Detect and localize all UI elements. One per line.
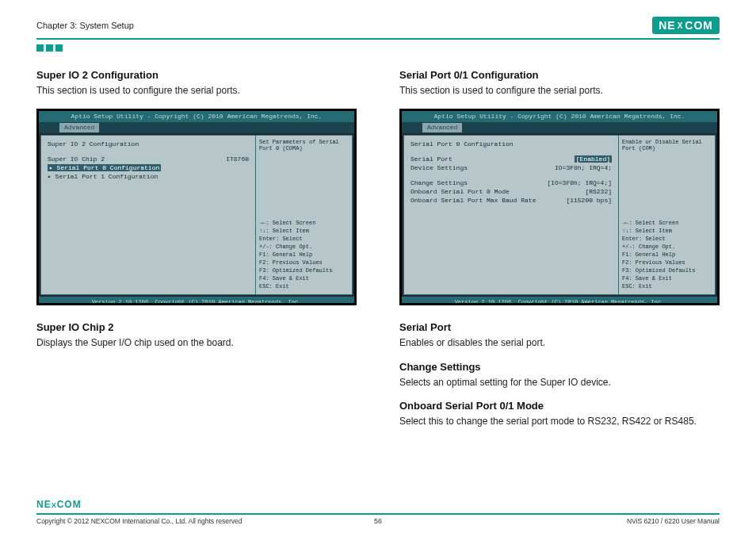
- logo-text-right: COM: [57, 499, 82, 510]
- bios-row-serial1: ▸ Serial Port 1 Configuration: [48, 173, 249, 180]
- bios-help-text: Set Parameters of Serial Port 0 (COMA): [259, 139, 349, 151]
- bios-label: Onboard Serial Port 0 Mode: [410, 188, 510, 195]
- bios-nav: +/-: Change Opt.: [622, 243, 712, 250]
- desc-change-settings: Selects an optimal setting for the Super…: [399, 376, 720, 389]
- square-icon: [36, 44, 44, 52]
- bios-nav: F4: Save & Exit: [622, 275, 712, 282]
- bios-nav: F4: Save & Exit: [259, 275, 349, 282]
- bios-nav: ESC: Exit: [259, 283, 349, 290]
- bios-nav: →←: Select Screen: [622, 220, 712, 226]
- bios-tab-row: Advanced: [39, 122, 354, 133]
- heading-super-io2-config: Super IO 2 Configuration: [36, 69, 357, 81]
- bios-nav: →←: Select Screen: [259, 220, 349, 226]
- bios-nav: ↑↓: Select Item: [259, 228, 349, 234]
- desc-serial-port: Enables or disables the serial port.: [399, 336, 720, 350]
- bios-screenshot-super-io2: Aptio Setup Utility - Copyright (C) 2010…: [36, 109, 357, 305]
- square-icon: [55, 44, 63, 52]
- bios-label: Device Settings: [410, 164, 468, 171]
- bios-footer-bar: Version 2.10.1208. Copyright (C) 2010 Am…: [39, 297, 354, 305]
- bios-row-serial0: ▸ Serial Port 0 Configuration: [48, 164, 249, 171]
- bios-screenshot-serial-port: Aptio Setup Utility - Copyright (C) 2010…: [399, 109, 720, 305]
- bios-help-text: Enable or Disable Serial Port (COM): [622, 139, 712, 151]
- bios-row-device-settings: Device Settings IO=3F8h; IRQ=4;: [410, 164, 612, 171]
- page-footer: NEXCOM Copyright © 2012 NEXCOM Internati…: [36, 499, 720, 525]
- bios-row-serial-port: Serial Port [Enabled]: [410, 155, 612, 163]
- bios-nav: F3: Optimized Defaults: [622, 267, 712, 274]
- bios-value: IO=3F8h; IRQ=4;: [555, 164, 612, 171]
- chapter-label: Chapter 3: System Setup: [36, 21, 134, 30]
- bios-nav: Enter: Select: [622, 236, 712, 242]
- bios-label: Onboard Serial Port Max Baud Rate: [410, 197, 536, 204]
- bios-nav: F2: Previous Values: [259, 259, 349, 266]
- bios-main-panel: Serial Port 0 Configuration Serial Port …: [404, 136, 618, 294]
- bios-value-selected: [Enabled]: [575, 155, 612, 163]
- logo-text-x: X: [678, 21, 684, 30]
- logo-text-right: COM: [685, 19, 713, 32]
- desc-onboard-mode: Select this to change the serial port mo…: [399, 415, 720, 428]
- bios-row-mode: Onboard Serial Port 0 Mode [RS232]: [410, 188, 612, 195]
- bios-body: Super IO 2 Configuration Super IO Chip 2…: [40, 135, 353, 295]
- footer-line: Copyright © 2012 NEXCOM International Co…: [36, 517, 720, 525]
- bios-value: [115200 bps]: [566, 197, 612, 204]
- bios-tab-advanced: Advanced: [422, 123, 462, 132]
- footer-logo-row: NEXCOM: [36, 499, 720, 515]
- bios-tab-advanced: Advanced: [59, 123, 99, 132]
- footer-copyright: Copyright © 2012 NEXCOM International Co…: [36, 517, 242, 525]
- page-number: 56: [374, 517, 382, 525]
- bios-tab-row: Advanced: [402, 122, 717, 133]
- bios-selected-item: ▸ Serial Port 0 Configuration: [48, 164, 161, 171]
- left-column: Super IO 2 Configuration This section is…: [36, 69, 357, 439]
- bios-row-baud: Onboard Serial Port Max Baud Rate [11520…: [410, 197, 612, 204]
- bios-label: Change Settings: [410, 179, 468, 186]
- bios-nav: F1: General Help: [259, 251, 349, 258]
- bios-title-bar: Aptio Setup Utility - Copyright (C) 2010…: [402, 111, 717, 122]
- bios-nav: F2: Previous Values: [622, 259, 712, 266]
- bios-nav: F3: Optimized Defaults: [259, 267, 349, 274]
- bios-footer-bar: Version 2.10.1208. Copyright (C) 2010 Am…: [402, 297, 717, 305]
- bios-row-chip: Super IO Chip 2 IT8760: [48, 155, 249, 163]
- logo-text-left: NE: [36, 499, 52, 510]
- heading-onboard-mode: Onboard Serial Port 0/1 Mode: [399, 400, 720, 412]
- bios-row-change-settings: Change Settings [IO=3F0h; IRQ=4;]: [410, 179, 612, 186]
- bios-label: Super IO Chip 2: [48, 155, 105, 163]
- bios-nav: Enter: Select: [259, 236, 349, 242]
- desc-serial-port-config: This section is used to configure the se…: [399, 84, 720, 98]
- heading-change-settings: Change Settings: [399, 361, 720, 373]
- logo-text-left: NE: [659, 19, 675, 32]
- bios-nav-keys: →←: Select Screen ↑↓: Select Item Enter:…: [622, 220, 712, 291]
- bios-help-panel: Enable or Disable Serial Port (COM) →←: …: [618, 136, 715, 294]
- right-column: Serial Port 0/1 Configuration This secti…: [399, 69, 720, 439]
- bios-nav-keys: →←: Select Screen ↑↓: Select Item Enter:…: [259, 220, 349, 291]
- bios-help-panel: Set Parameters of Serial Port 0 (COMA) →…: [255, 136, 352, 294]
- desc-super-io2-config: This section is used to configure the se…: [36, 84, 357, 98]
- nexcom-logo: NE X COM: [652, 17, 720, 34]
- bios-value: IT8760: [226, 155, 249, 163]
- bios-main-panel: Super IO 2 Configuration Super IO Chip 2…: [41, 136, 255, 294]
- bios-nav: ESC: Exit: [622, 283, 712, 290]
- bios-section-heading: Super IO 2 Configuration: [48, 140, 249, 148]
- bios-body: Serial Port 0 Configuration Serial Port …: [403, 135, 716, 295]
- logo-text-x: X: [52, 501, 57, 509]
- bios-title-bar: Aptio Setup Utility - Copyright (C) 2010…: [39, 111, 354, 122]
- decorative-squares: [36, 44, 720, 52]
- desc-super-io-chip2: Displays the Super I/O chip used on the …: [36, 336, 357, 350]
- bios-section-heading: Serial Port 0 Configuration: [410, 140, 612, 148]
- heading-super-io-chip2: Super IO Chip 2: [36, 321, 357, 333]
- bios-nav: ↑↓: Select Item: [622, 228, 712, 234]
- bios-nav: +/-: Change Opt.: [259, 243, 349, 250]
- footer-manual: NViS 6210 / 6220 User Manual: [627, 517, 720, 525]
- content-columns: Super IO 2 Configuration This section is…: [36, 69, 720, 439]
- heading-serial-port-config: Serial Port 0/1 Configuration: [399, 69, 720, 81]
- bios-label: Serial Port: [410, 155, 452, 163]
- bios-nav: F1: General Help: [622, 251, 712, 258]
- footer-nexcom-logo: NEXCOM: [36, 499, 82, 510]
- square-icon: [46, 44, 53, 52]
- bios-value: [RS232]: [585, 188, 612, 195]
- page-header: Chapter 3: System Setup NE X COM: [36, 13, 720, 40]
- bios-value: [IO=3F0h; IRQ=4;]: [547, 179, 612, 186]
- heading-serial-port: Serial Port: [399, 321, 720, 333]
